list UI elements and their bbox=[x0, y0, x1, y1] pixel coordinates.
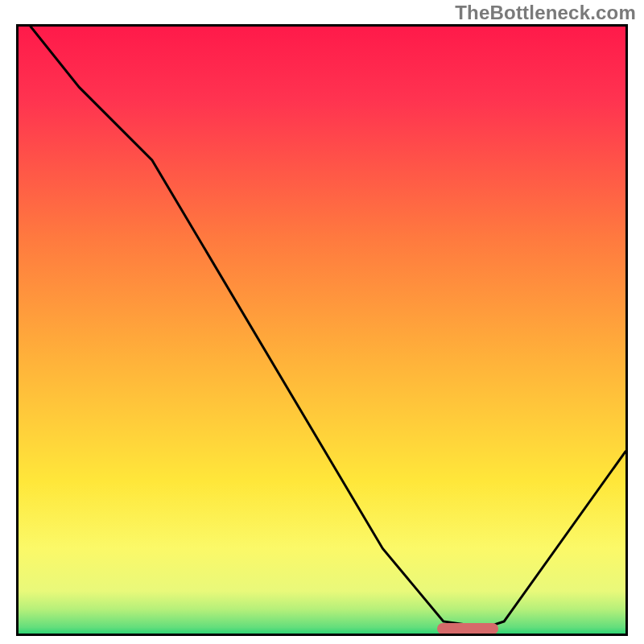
chart-plot-area bbox=[16, 24, 628, 636]
optimum-marker bbox=[437, 623, 497, 634]
chart-curve bbox=[19, 27, 625, 634]
watermark-text: TheBottleneck.com bbox=[455, 2, 636, 24]
